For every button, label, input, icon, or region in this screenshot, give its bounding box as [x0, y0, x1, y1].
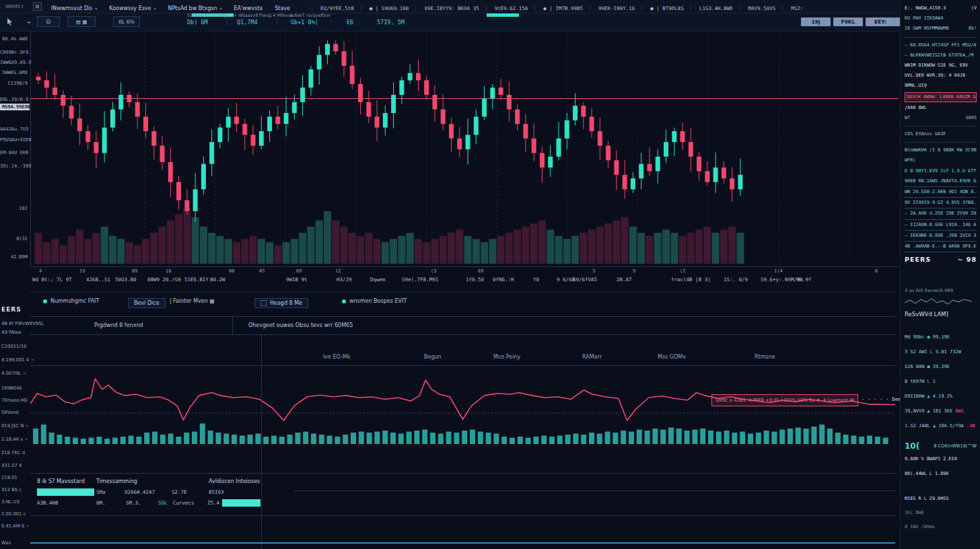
time-label: 99.9f: [796, 277, 812, 283]
candlestick-chart[interactable]: [30, 30, 899, 267]
table-header: Timessamming: [96, 478, 137, 484]
ticker-item: MAV9.50VS: [740, 5, 776, 11]
lower-axis-label: 2.18.AK s ~: [1, 437, 30, 442]
lower-axis-label: 218.01: [1, 475, 30, 480]
sidebar-row: D 8 90Y1.EV9 2vY 1.9.U bfTCE: [905, 166, 977, 176]
time-label: A9/6fVA5: [573, 277, 597, 283]
menu-item[interactable]: Koowwssy Esve▾: [109, 5, 155, 11]
price-annotation-box[interactable]: QHSt ± 4381 .4 PFF8 +9.01 (.20)% 60% 6u …: [711, 394, 858, 406]
lower-axis-label: 199B046: [1, 386, 30, 391]
footer-row: N1ES R L 29.0HSS: [905, 492, 977, 506]
panel-tab-left[interactable]: Prgdwnd 8 fenxnd: [94, 316, 143, 334]
app-label: I8RM5 t: [5, 4, 24, 9]
sidebar-row: 99EB RN.1AWS JNAVTA.E9VE 6AVA: [905, 176, 977, 187]
ownership-row: 9.60K % 8WAP1 2.EI0: [905, 451, 977, 466]
sidebar-row: — II2A9B-8.69E L9IA. 146 A.EII9: [905, 220, 977, 231]
lower-study-chart[interactable]: [30, 371, 895, 447]
table-cell: SM.3.: [126, 500, 141, 506]
lower-axis-label: 0.45.AM 6 ~: [1, 523, 30, 529]
holder-row: 3 S2 AWIL5.8I 732W: [905, 344, 977, 359]
time-tick: #5: [259, 268, 265, 274]
sidebar-row: E:. NWGW,4159.3(V: [905, 3, 977, 13]
holder-row: 8 tKXfWL1: [905, 374, 977, 389]
ownership-row: 89(.44WL L 1.89E: [905, 466, 977, 481]
menu-item[interactable]: NPtsAd bw Btxgsn▾: [168, 5, 222, 11]
ticker-item: 99EK·IN9Y.16: [590, 5, 635, 11]
time-label: Y0: [533, 277, 539, 283]
sidebar-row: — IEA9BE-8.89E .J98 2UI9 3EI.49: [905, 231, 977, 242]
legend-item[interactable]: Heagd 8 Me: [254, 298, 308, 308]
lower-axis-label: 70mass.HD: [1, 398, 30, 403]
table-bottom-border: [30, 515, 895, 516]
holder-row: Md 99bc●99,19E: [905, 330, 977, 344]
column-header[interactable]: RAMarr: [582, 354, 602, 360]
toolbar-button[interactable]: ☺: [37, 16, 60, 27]
lower-axis-label: A9 fWaw: [1, 330, 30, 335]
column-header[interactable]: Mce Peiny: [493, 354, 520, 360]
sidebar-row: 18 GWM NSFMMWWMB86!: [905, 24, 977, 34]
add-tool-icon[interactable]: ＋: [24, 18, 34, 27]
peers-header[interactable]: PEERS~ 98: [905, 252, 977, 267]
column-header[interactable]: Ive EO-Mk: [323, 354, 351, 360]
sidebar-row: BtnWWKHA /1 8 9BOK RW XC9BNIS RW: [905, 145, 977, 155]
ticker-item: ● | S9U69.100: [361, 5, 409, 11]
panel-header-top-border: [30, 316, 895, 317]
time-tick: 12: [335, 268, 341, 274]
lower-axis-label: 312 BS c: [1, 487, 30, 492]
toolbar: ＋ ☺▤ ▦I0, 6% Db) 6M|Q1,7M4|Gb+1 0%(|E6|5…: [0, 13, 900, 32]
lower-axis-label: 3.NL.U3: [1, 499, 30, 505]
price-axis-label: D9L.29/0-9: [0, 97, 30, 102]
table-cell: Curvecs: [173, 500, 195, 506]
legend-item[interactable]: Nummshgmc FAIT: [43, 298, 99, 304]
sidebar-row: WFR): [905, 155, 977, 166]
time-tick: 4: [39, 268, 42, 274]
legend-item[interactable]: | Fainter Mven ▦: [170, 298, 215, 304]
footer-row: 19(.8WE: [905, 506, 977, 520]
ticker-item: L1G3.4H.8WD: [691, 5, 733, 11]
lower-axis-label: Was: [1, 540, 30, 546]
time-tick: 1(4: [774, 268, 783, 274]
toolbar-button[interactable]: I0, 6%: [113, 16, 140, 27]
timeframe-button[interactable]: EEY:: [866, 17, 895, 26]
menu-item[interactable]: EA'wwvsta: [234, 5, 262, 11]
sidebar-row: WN1M DIKWOW S1E 9G, E8V: [905, 61, 977, 71]
legend-item[interactable]: Bevl Dice: [128, 298, 166, 308]
time-tick: 9: [633, 268, 635, 274]
table-row-border: [294, 490, 895, 491]
legend-item[interactable]: wnsmen Bespes EVIT: [342, 298, 407, 304]
menu-item[interactable]: INwwmsvut Dis▾: [51, 5, 97, 11]
time-label: 08W9 20./G9: [147, 277, 181, 283]
separator: |: [226, 19, 228, 25]
toolbar-button[interactable]: ▤ ▦: [67, 16, 96, 27]
pointer-tool-icon[interactable]: [5, 18, 15, 27]
checkbox-icon[interactable]: [260, 300, 267, 306]
menu-item[interactable]: Stave: [275, 5, 290, 11]
column-header[interactable]: Mss GOMv: [658, 354, 686, 360]
time-tick: 69: [296, 268, 302, 274]
sidebar-row: /AA9 8WL: [905, 103, 977, 113]
panel-tab-right[interactable]: Ohevgeet euwes Obsu tevs wrr 60M65: [248, 316, 353, 334]
column-header[interactable]: Rtmsne: [755, 354, 775, 360]
holder-row: S26 08N●39.29E: [905, 359, 977, 374]
time-label: Dqwem: [370, 277, 386, 283]
sidebar-row: — BLKKWVWEIS2tB 6T9T6A,/M: [905, 50, 977, 61]
sidebar-row: 9X 2I99I9-9-G2 4.9V5 3fB8.8I: [905, 198, 977, 209]
table-top-border: [30, 473, 895, 474]
timeframe-button[interactable]: 19J: [801, 17, 831, 26]
price-axis-label: I0I: [0, 206, 30, 211]
ticker-item: ● | BT9DL8S: [641, 5, 684, 11]
peers-group-label: ReSvWVd LAM]: [905, 309, 977, 320]
sidebar-divider: [905, 126, 977, 126]
ticker-item: EU/9YEE.5t8: [312, 5, 354, 11]
separator: |: [330, 19, 332, 25]
toolbar-sublabel: + 6wiT rsvsswfbivr: [289, 13, 331, 18]
column-header[interactable]: Begun: [424, 354, 442, 360]
footer-row: 8 10U /WVme: [905, 520, 977, 534]
holder-row: 1.S2 JAWL▲19A.5/Y9A.4B: [905, 418, 977, 433]
app-logo-icon[interactable]: ⊞: [33, 2, 42, 11]
alert-row: SU3(H 4W9W: L49EB KA9IM SA: [905, 92, 977, 102]
ticker-item: 9tE9.62.150: [486, 5, 528, 11]
table-cell: S2.7E: [172, 489, 187, 495]
timeframe-button[interactable]: F9KL: [833, 17, 863, 26]
separator: |: [276, 19, 278, 25]
